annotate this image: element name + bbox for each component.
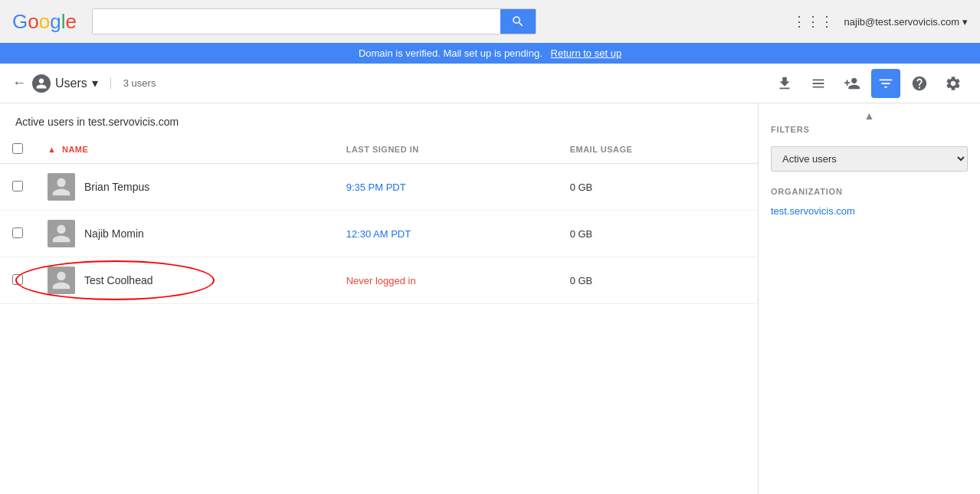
row-checkbox[interactable]: [12, 181, 23, 191]
settings-button[interactable]: [939, 69, 968, 98]
notify-link[interactable]: Return to set up: [551, 47, 622, 59]
row-checkbox[interactable]: [12, 274, 23, 285]
apps-icon[interactable]: ⋮⋮⋮: [792, 13, 834, 30]
user-name-cell: Test Coolhead: [35, 257, 334, 304]
sort-arrow-icon: ▲: [48, 145, 56, 154]
filters-sidebar: ▲ FILTERS Active usersInactive usersAll …: [758, 103, 980, 494]
row-checkbox-cell: [0, 257, 35, 304]
name-column-header[interactable]: ▲ Name: [35, 136, 334, 164]
search-icon: [511, 15, 525, 28]
toolbar-actions: [770, 69, 968, 98]
avatar-icon: [51, 176, 72, 198]
table-row: Najib Momin 12:30 AM PDT 0 GB: [0, 211, 758, 257]
add-user-icon: [844, 75, 860, 92]
organization-header: ORGANIZATION: [771, 187, 968, 196]
help-icon: [911, 75, 928, 92]
name-column-label: Name: [62, 145, 88, 154]
user-name-cell: Najib Momin: [35, 211, 334, 257]
search-button[interactable]: [500, 9, 536, 34]
content-header: Active users in test.servovicis.com: [0, 103, 758, 136]
table-row: Brian Tempus 9:35 PM PDT 0 GB: [0, 164, 758, 211]
user-menu[interactable]: najib@test.servovicis.com ▾: [844, 16, 968, 28]
filter-select[interactable]: Active usersInactive usersAll users: [771, 146, 968, 172]
organization-link[interactable]: test.servovicis.com: [771, 205, 855, 217]
users-icon: [32, 74, 51, 93]
sidebar-chevron-icon: ▲: [771, 110, 968, 122]
users-label-text: Users: [55, 77, 87, 90]
email-usage-cell: 0 GB: [558, 257, 758, 304]
manage-columns-button[interactable]: [804, 69, 833, 98]
search-bar: [92, 8, 536, 34]
filter-button[interactable]: [871, 69, 900, 98]
users-count: 3 users: [110, 77, 156, 89]
select-all-cell: [0, 136, 35, 164]
avatar: [48, 267, 75, 294]
last-signed-in-cell: 12:30 AM PDT: [334, 211, 558, 257]
last-signed-in-value: 9:35 PM PDT: [346, 182, 406, 193]
select-all-checkbox[interactable]: [12, 143, 23, 154]
notify-message: Domain is verified. Mail set up is pendi…: [359, 47, 542, 59]
user-email: najib@test.servovicis.com: [844, 16, 959, 28]
avatar: [48, 173, 75, 201]
header-right: ⋮⋮⋮ najib@test.servovicis.com ▾: [792, 13, 968, 30]
app-header: Google ⋮⋮⋮ najib@test.servovicis.com ▾: [0, 0, 980, 43]
user-name-text[interactable]: Test Coolhead: [84, 274, 153, 286]
filters-header: FILTERS: [771, 125, 968, 134]
last-signed-in-value: Never logged in: [346, 275, 416, 286]
table-row: Test Coolhead Never logged in 0 GB: [0, 257, 758, 304]
avatar-icon: [51, 223, 72, 244]
main-content: Active users in test.servovicis.com ▲ Na…: [0, 103, 980, 494]
settings-icon: [945, 75, 962, 92]
add-user-button[interactable]: [837, 69, 867, 98]
filter-icon: [877, 75, 894, 92]
row-checkbox-cell: [0, 164, 35, 211]
download-button[interactable]: [770, 69, 799, 98]
users-dropdown-arrow: ▾: [92, 76, 98, 90]
avatar: [48, 220, 75, 247]
user-name-text[interactable]: Najib Momin: [84, 227, 144, 240]
notification-bar: Domain is verified. Mail set up is pendi…: [0, 43, 980, 64]
users-nav[interactable]: Users ▾: [32, 74, 98, 93]
user-name-text[interactable]: Brian Tempus: [84, 181, 149, 193]
last-signed-in-cell: 9:35 PM PDT: [334, 164, 558, 211]
email-usage-cell: 0 GB: [558, 211, 758, 257]
user-menu-arrow: ▾: [962, 16, 968, 28]
last-signed-in-value: 12:30 AM PDT: [346, 228, 411, 240]
help-button[interactable]: [905, 69, 934, 98]
email-usage-cell: 0 GB: [558, 164, 758, 211]
row-checkbox[interactable]: [12, 227, 23, 238]
email-usage-column-header[interactable]: Email Usage: [558, 136, 758, 164]
content-header-text: Active users in test.servovicis.com: [15, 116, 179, 128]
search-input[interactable]: [93, 11, 500, 32]
toolbar: ← Users ▾ 3 users: [0, 64, 980, 103]
google-logo: Google: [12, 10, 77, 34]
last-signed-in-cell: Never logged in: [334, 257, 558, 304]
last-signed-in-column-header[interactable]: Last Signed In: [334, 136, 558, 164]
back-button[interactable]: ←: [12, 75, 26, 91]
user-name-cell: Brian Tempus: [35, 164, 334, 211]
download-icon: [776, 75, 793, 92]
manage-columns-icon: [810, 75, 827, 92]
row-checkbox-cell: [0, 211, 35, 257]
users-table: ▲ Name Last Signed In Email Usage Bri: [0, 136, 758, 304]
avatar-icon: [51, 270, 72, 291]
users-content: Active users in test.servovicis.com ▲ Na…: [0, 103, 758, 494]
